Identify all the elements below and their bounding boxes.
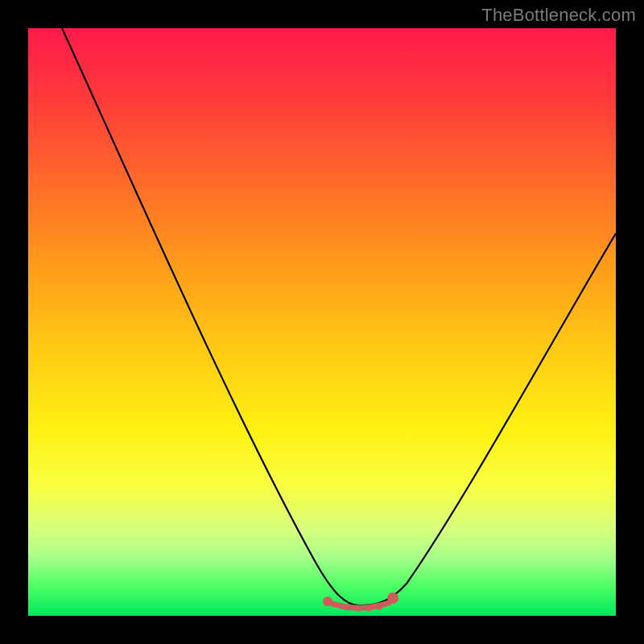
marker-dot-a [345,605,351,611]
watermark-text: TheBottleneck.com [481,5,636,26]
chart-plot-area [28,28,616,616]
marker-dot-c [366,606,372,612]
marker-dot-b [356,606,361,612]
marker-dot-right [387,592,398,604]
chart-frame: TheBottleneck.com [0,0,644,644]
chart-svg [28,28,616,616]
bottom-marker-group [323,592,398,612]
bottleneck-curve [62,28,616,605]
curve-path [62,28,616,605]
marker-dot-d [377,605,382,610]
